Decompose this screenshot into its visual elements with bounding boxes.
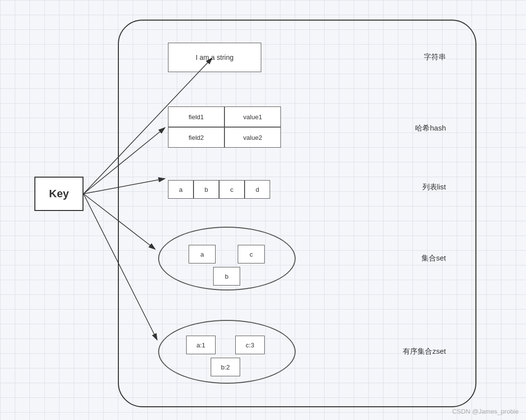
diagram-container: Key I am a string 字符串 field1 value1 fiel…: [10, 10, 516, 410]
string-box: I am a string: [168, 43, 261, 72]
zset-item-c3: c:3: [235, 336, 265, 354]
key-label: Key: [49, 187, 69, 200]
list-item-a: a: [168, 180, 194, 199]
string-label: 字符串: [424, 52, 446, 62]
hash-row-1: field1 value1: [168, 106, 281, 127]
set-label: 集合set: [421, 254, 446, 263]
hash-row-2: field2 value2: [168, 127, 281, 148]
hash-value2: value2: [224, 127, 281, 148]
set-item-c: c: [238, 245, 265, 263]
big-container: I am a string 字符串 field1 value1 field2 v…: [118, 20, 476, 407]
zset-label: 有序集合zset: [403, 347, 446, 356]
hash-value1: value1: [224, 106, 281, 127]
key-box: Key: [34, 177, 83, 211]
set-ellipse: a c b: [158, 227, 296, 290]
zset-item-a1: a:1: [186, 336, 216, 354]
set-item-a: a: [189, 245, 216, 263]
string-text: I am a string: [195, 53, 233, 61]
set-item-b: b: [213, 267, 240, 286]
zset-ellipse: a:1 c:3 b:2: [158, 320, 296, 384]
list-item-b: b: [194, 180, 219, 199]
hash-field2: field2: [168, 127, 224, 148]
hash-field1: field1: [168, 106, 224, 127]
hash-table: field1 value1 field2 value2: [168, 106, 281, 148]
list-label: 列表list: [422, 183, 446, 192]
zset-item-b2: b:2: [211, 358, 240, 376]
watermark: CSDN @James_probie: [452, 408, 519, 415]
list-row: a b c d: [168, 180, 270, 199]
list-item-c: c: [219, 180, 245, 199]
list-item-d: d: [245, 180, 270, 199]
hash-label: 哈希hash: [415, 124, 446, 133]
